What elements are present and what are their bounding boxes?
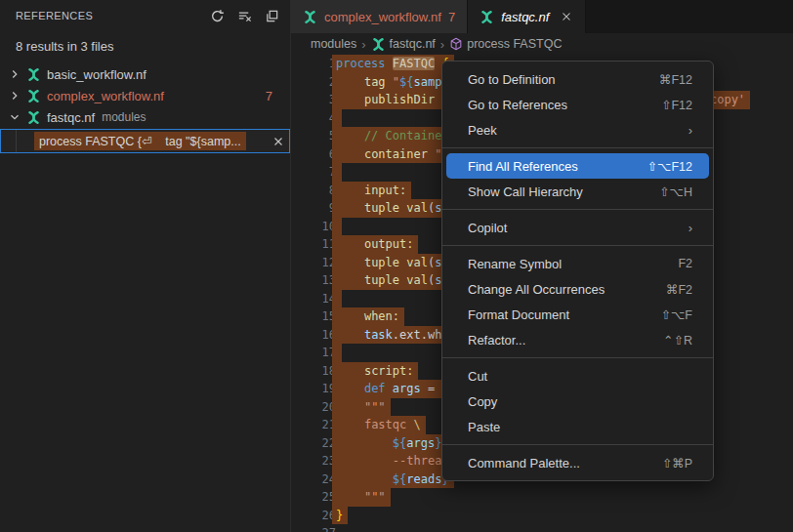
line-number: 23 bbox=[291, 452, 336, 471]
code-line-26[interactable]: 26} bbox=[291, 507, 793, 525]
nextflow-icon bbox=[26, 89, 41, 103]
line-number: 14 bbox=[291, 290, 336, 308]
file-path-description: modules bbox=[102, 110, 146, 124]
code-text: } bbox=[332, 507, 348, 525]
menu-item-label: Command Palette... bbox=[468, 456, 662, 471]
code-token: FASTQC bbox=[393, 57, 435, 70]
chevron-down-icon bbox=[8, 110, 21, 124]
code-token bbox=[336, 201, 364, 215]
line-number: 6 bbox=[291, 145, 336, 164]
line-number: 11 bbox=[291, 235, 336, 254]
file-result-fastqc.nf[interactable]: fastqc.nfmodules bbox=[0, 106, 290, 128]
menu-item-peek[interactable]: Peek› bbox=[442, 117, 713, 143]
line-number: 1 bbox=[291, 55, 336, 73]
menu-item-label: Change All Occurrences bbox=[468, 282, 666, 297]
menu-item-cut[interactable]: Cut bbox=[442, 363, 713, 389]
result-count-badge: 7 bbox=[266, 89, 272, 103]
menu-item-format-document[interactable]: Format Document⇧⌥F bbox=[442, 302, 713, 327]
code-token bbox=[336, 256, 364, 269]
menu-item-go-to-references[interactable]: Go to References⇧F12 bbox=[442, 92, 713, 117]
breadcrumb-item-process-fastqc[interactable]: process FASTQC bbox=[449, 37, 562, 51]
menu-item-shortcut: ⇧⌘P bbox=[662, 456, 692, 471]
code-token: """ bbox=[364, 400, 386, 414]
code-token: \ bbox=[413, 418, 420, 431]
selection-stub bbox=[332, 109, 342, 128]
tab-fastqc.nf[interactable]: fastqc.nf bbox=[468, 0, 586, 33]
clear-results-icon[interactable] bbox=[233, 5, 255, 26]
chevron-right-icon[interactable] bbox=[6, 67, 23, 81]
menu-item-label: Show Call Hierarchy bbox=[468, 184, 659, 199]
code-token: script: bbox=[364, 364, 414, 378]
line-number: 17 bbox=[291, 344, 336, 362]
menu-item-shortcut: ⇧F12 bbox=[661, 98, 692, 112]
menu-item-shortcut: ⇧⌥F12 bbox=[647, 159, 692, 174]
reference-result-item[interactable]: process FASTQC {⏎ tag "${samp... bbox=[0, 129, 290, 153]
line-number: 24 bbox=[291, 471, 336, 489]
code-text: input: bbox=[332, 182, 411, 200]
file-result-basic_workflow.nf[interactable]: basic_workflow.nf bbox=[0, 63, 290, 85]
sidebar-title: REFERENCES bbox=[16, 10, 206, 21]
menu-item-label: Go to References bbox=[468, 98, 661, 112]
menu-item-shortcut: ⌃⇧R bbox=[663, 333, 692, 348]
menu-item-go-to-definition[interactable]: Go to Definition⌘F12 bbox=[442, 66, 713, 92]
code-token: ${ bbox=[393, 436, 406, 450]
menu-separator bbox=[442, 147, 713, 148]
file-name: complex_workflow.nf bbox=[47, 89, 164, 103]
menu-separator bbox=[442, 357, 713, 358]
line-number: 16 bbox=[291, 326, 336, 345]
code-token: ${ bbox=[393, 472, 406, 486]
code-token: val bbox=[406, 273, 428, 287]
chevron-down-icon[interactable] bbox=[6, 110, 23, 124]
menu-item-refactor[interactable]: Refactor...⌃⇧R bbox=[442, 327, 713, 352]
line-number: 4 bbox=[291, 109, 336, 128]
code-token: ${ bbox=[399, 75, 413, 89]
code-token bbox=[336, 184, 364, 197]
menu-item-copy[interactable]: Copy bbox=[442, 389, 713, 414]
line-number: 8 bbox=[291, 182, 336, 200]
code-token: fastqc bbox=[364, 418, 414, 431]
menu-item-rename-symbol[interactable]: Rename SymbolF2 bbox=[442, 251, 713, 276]
code-token: } bbox=[336, 509, 343, 522]
nextflow-icon bbox=[480, 10, 494, 24]
dismiss-reference-icon[interactable] bbox=[268, 135, 289, 148]
line-number: 21 bbox=[291, 416, 336, 434]
refresh-icon[interactable] bbox=[206, 5, 228, 26]
line-number: 7 bbox=[291, 163, 336, 182]
menu-item-label: Peek bbox=[468, 123, 689, 138]
selection-stub bbox=[332, 218, 342, 236]
code-token bbox=[336, 273, 364, 287]
line-number: 3 bbox=[291, 91, 336, 109]
menu-item-shortcut: ⇧⌥H bbox=[659, 184, 692, 199]
collapse-all-icon[interactable] bbox=[261, 5, 282, 26]
submenu-arrow-icon: › bbox=[689, 221, 692, 235]
menu-item-command-palette[interactable]: Command Palette...⇧⌘P bbox=[442, 450, 713, 475]
file-result-complex_workflow.nf[interactable]: complex_workflow.nf7 bbox=[0, 85, 290, 106]
menu-item-copilot[interactable]: Copilot› bbox=[442, 215, 713, 240]
line-number: 19 bbox=[291, 380, 336, 398]
chevron-right-icon[interactable] bbox=[6, 89, 23, 102]
menu-item-shortcut: ⇧⌥F bbox=[660, 307, 692, 322]
breadcrumb-item-modules[interactable]: modules bbox=[311, 37, 356, 51]
selection-stub bbox=[332, 290, 342, 308]
code-line-25[interactable]: 25 """ bbox=[291, 488, 793, 507]
menu-item-label: Copy bbox=[468, 394, 692, 409]
line-number: 20 bbox=[291, 398, 336, 417]
chevron-right-icon bbox=[8, 67, 21, 81]
tab-complex_workflow.nf[interactable]: complex_workflow.nf7 bbox=[291, 0, 468, 33]
menu-item-find-all-references[interactable]: Find All References⇧⌥F12 bbox=[446, 153, 709, 179]
code-token bbox=[336, 382, 364, 395]
menu-item-shortcut: ⌘F2 bbox=[666, 282, 692, 297]
chevron-right-icon bbox=[8, 89, 21, 102]
breadcrumb-item-fastqc.nf[interactable]: fastqc.nf bbox=[371, 37, 436, 52]
code-token bbox=[336, 436, 393, 450]
code-token: input: bbox=[364, 184, 406, 197]
code-token: task bbox=[364, 328, 393, 342]
code-text: process FASTQC { bbox=[332, 55, 454, 73]
menu-item-show-call-hierarchy[interactable]: Show Call Hierarchy⇧⌥H bbox=[442, 179, 713, 204]
code-token: " bbox=[393, 75, 399, 89]
tab-close-icon[interactable] bbox=[560, 10, 573, 23]
menu-item-paste[interactable]: Paste bbox=[442, 414, 713, 439]
line-number: 12 bbox=[291, 254, 336, 272]
menu-item-change-all-occurrences[interactable]: Change All Occurrences⌘F2 bbox=[442, 276, 713, 302]
code-line-27[interactable]: 27 bbox=[291, 524, 793, 532]
